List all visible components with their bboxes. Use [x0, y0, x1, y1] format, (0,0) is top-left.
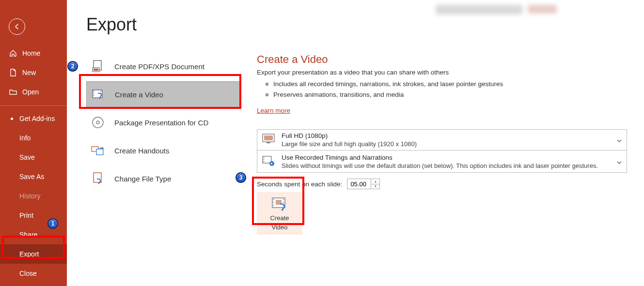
backstage-sidebar: Home New Open Get Add-ins Info Save Save…: [0, 0, 67, 286]
export-option-handouts[interactable]: Create Handouts: [86, 137, 241, 164]
svg-point-27: [283, 199, 284, 200]
export-option-label: Create a Video: [115, 90, 163, 99]
export-details-panel: Create a Video Export your presentation …: [246, 0, 644, 286]
svg-point-11: [96, 121, 99, 124]
nav-label: Home: [22, 49, 40, 57]
video-quality-dropdown[interactable]: Full HD (1080p) Large file size and full…: [257, 129, 627, 151]
addins-new-dot-icon: [11, 118, 13, 120]
nav-label: Open: [22, 88, 39, 96]
dropdown-line1: Use Recorded Timings and Narrations: [282, 153, 598, 162]
export-option-video[interactable]: Create a Video: [86, 81, 241, 107]
nav-close[interactable]: Close: [0, 264, 67, 283]
dropdown-line2: Large file size and full high quality (1…: [282, 140, 417, 148]
export-option-label: Package Presentation for CD: [114, 119, 208, 127]
svg-rect-2: [94, 69, 98, 71]
nav-label: Save As: [19, 173, 44, 181]
svg-point-4: [94, 91, 94, 92]
change-file-type-icon: [91, 172, 105, 185]
export-option-label: Create Handouts: [114, 147, 169, 155]
export-option-cd[interactable]: Package Presentation for CD: [86, 109, 241, 135]
button-label-line1: Create: [270, 214, 289, 222]
nav-open[interactable]: Open: [0, 82, 67, 102]
svg-point-19: [264, 157, 265, 158]
export-option-label: Change File Type: [114, 175, 171, 183]
monitor-icon: [262, 134, 275, 146]
svg-point-5: [94, 93, 94, 94]
details-heading: Create a Video: [257, 53, 629, 66]
dropdown-line1: Full HD (1080p): [282, 132, 417, 140]
new-file-icon: [9, 68, 17, 77]
spinner-down-icon[interactable]: ▼: [371, 184, 379, 189]
nav-save-as[interactable]: Save As: [0, 167, 67, 186]
back-button[interactable]: [9, 18, 25, 35]
create-video-large-icon: [271, 196, 288, 212]
nav-label: Get Add-ins: [19, 115, 55, 122]
handouts-icon: [91, 144, 105, 157]
timings-narration-icon: [262, 155, 275, 168]
nav-export[interactable]: Export: [0, 244, 67, 264]
dropdown-line2: Slides without timings will use the defa…: [282, 162, 598, 170]
nav-get-addins[interactable]: Get Add-ins: [0, 109, 67, 128]
chevron-down-icon: [617, 135, 622, 144]
nav-label: Print: [19, 211, 33, 219]
home-icon: [9, 49, 17, 58]
account-info-blurred: [436, 5, 523, 15]
svg-point-24: [273, 199, 274, 200]
details-bullet: Preserves animations, transitions, and m…: [266, 90, 629, 100]
nav-label: Info: [19, 134, 31, 142]
nav-label: Close: [19, 270, 37, 277]
nav-info[interactable]: Info: [0, 128, 67, 148]
details-subtitle: Export your presentation as a video that…: [257, 69, 629, 76]
nav-history: History: [0, 186, 67, 206]
button-label-line2: Video: [271, 224, 287, 231]
tutorial-step-badge: 1: [47, 218, 58, 229]
tutorial-step-badge: 2: [67, 61, 78, 72]
nav-label: New: [22, 69, 36, 76]
svg-rect-13: [96, 149, 103, 155]
video-timings-dropdown[interactable]: Use Recorded Timings and Narrations Slid…: [257, 151, 627, 173]
nav-label: Share: [19, 231, 37, 239]
sidebar-divider: [0, 105, 67, 106]
nav-home[interactable]: Home: [0, 44, 67, 63]
nav-label: Export: [19, 250, 39, 258]
svg-point-25: [273, 202, 274, 203]
spinner-up-icon[interactable]: ▲: [371, 179, 379, 184]
pdf-xps-icon: [91, 60, 105, 73]
nav-save[interactable]: Save: [0, 148, 67, 167]
nav-share[interactable]: Share: [0, 225, 67, 244]
tutorial-step-badge: 3: [236, 172, 246, 183]
create-video-icon: [92, 88, 105, 101]
svg-rect-16: [264, 135, 273, 140]
seconds-spinner[interactable]: ▲ ▼: [347, 179, 380, 189]
svg-point-6: [94, 95, 94, 96]
export-option-pdf[interactable]: Create PDF/XPS Document: [86, 53, 241, 79]
svg-point-7: [101, 91, 102, 92]
svg-point-26: [273, 205, 274, 206]
svg-point-20: [264, 159, 265, 160]
svg-point-21: [264, 161, 265, 162]
chevron-down-icon: [617, 157, 622, 166]
learn-more-link[interactable]: Learn more: [257, 107, 290, 114]
nav-new[interactable]: New: [0, 63, 67, 82]
nav-label: Save: [19, 153, 35, 161]
seconds-input[interactable]: [347, 179, 371, 189]
export-options-panel: Export Create PDF/XPS Document Create a …: [67, 0, 246, 286]
svg-point-10: [93, 117, 103, 128]
folder-open-icon: [9, 88, 17, 96]
arrow-left-icon: [13, 23, 21, 30]
seconds-label: Seconds spent on each slide:: [257, 181, 342, 188]
account-info-blurred: [528, 5, 557, 14]
page-title: Export: [86, 15, 246, 35]
export-option-change-file-type[interactable]: Change File Type: [86, 166, 241, 192]
svg-point-28: [283, 202, 284, 203]
details-bullet: Includes all recorded timings, narration…: [266, 79, 629, 90]
nav-label: History: [19, 192, 41, 200]
package-cd-icon: [91, 116, 105, 129]
create-video-button[interactable]: Create Video: [257, 192, 302, 235]
export-option-label: Create PDF/XPS Document: [114, 62, 204, 71]
svg-rect-17: [267, 142, 270, 143]
